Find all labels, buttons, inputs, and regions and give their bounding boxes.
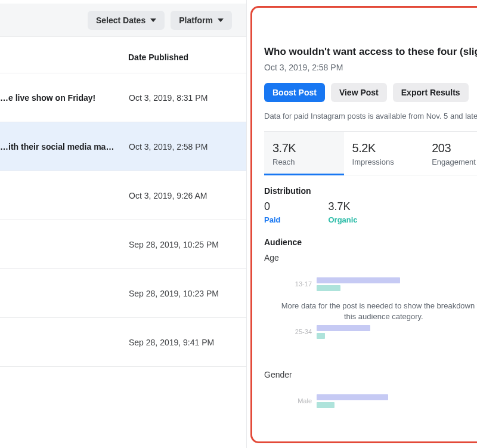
detail-actions: Boost Post View Post Export Results	[264, 83, 477, 102]
list-item[interactable]: …ith their social media mark... Oct 3, 2…	[0, 122, 246, 171]
age-bucket-label: 25-34	[288, 328, 312, 335]
list-item[interactable]: Sep 28, 2019, 10:23 PM	[0, 269, 246, 318]
metric-reach[interactable]: 3.7K Reach	[264, 132, 344, 175]
metric-value: 3.7K	[272, 141, 336, 155]
metric-tabs: 3.7K Reach 5.2K Impressions 203 Engageme…	[264, 131, 477, 175]
post-title: …ith their social media mark...	[0, 142, 123, 152]
post-list: …e live show on Friday! Oct 3, 2019, 8:3…	[0, 73, 246, 367]
distribution-organic: 3.7K Organic	[328, 200, 357, 224]
chart-insufficient-data-msg: More data for the post is needed to show…	[264, 301, 477, 322]
metric-label: Impressions	[352, 157, 416, 166]
list-item[interactable]: Sep 28, 2019, 9:41 PM	[0, 318, 246, 367]
post-date: Oct 3, 2019, 8:31 PM	[123, 93, 238, 103]
paid-data-note: Data for paid Instagram posts is availab…	[264, 112, 477, 121]
view-post-button[interactable]: View Post	[331, 83, 387, 102]
audience-gender-label: Gender	[264, 370, 477, 379]
select-dates-label: Select Dates	[96, 16, 145, 25]
export-results-button[interactable]: Export Results	[393, 83, 469, 102]
list-item[interactable]: …e live show on Friday! Oct 3, 2019, 8:3…	[0, 73, 246, 122]
platform-label: Platform	[179, 16, 213, 25]
distribution-organic-value: 3.7K	[328, 200, 357, 213]
post-detail-panel: Who wouldn't want access to these four (…	[250, 6, 477, 443]
list-item[interactable]: Oct 3, 2019, 9:26 AM	[0, 171, 246, 220]
age-bucket-label: 13-17	[288, 280, 312, 288]
distribution-row: 0 Paid 3.7K Organic	[264, 200, 477, 224]
distribution-title: Distribution	[264, 186, 477, 196]
age-bar	[317, 325, 370, 331]
chevron-down-icon	[218, 17, 224, 23]
age-bar	[317, 285, 340, 291]
audience-age-label: Age	[264, 253, 477, 262]
distribution-paid-label: Paid	[264, 215, 280, 224]
post-date: Sep 28, 2019, 10:25 PM	[123, 240, 238, 249]
metric-label: Engagement	[432, 157, 477, 166]
metric-value: 203	[432, 141, 477, 155]
gender-bucket-label: Male	[288, 397, 312, 404]
gender-bar	[317, 402, 334, 408]
post-list-pane: Select Dates Platform Date Published …e …	[0, 0, 247, 448]
detail-post-title: Who wouldn't want access to these four (…	[264, 46, 477, 58]
age-bar	[317, 277, 400, 283]
metric-label: Reach	[272, 157, 336, 166]
post-date: Sep 28, 2019, 10:23 PM	[123, 289, 238, 298]
age-chart: 13-17 More data for the post is needed t…	[264, 271, 477, 359]
post-date: Sep 28, 2019, 9:41 PM	[123, 338, 238, 347]
list-item[interactable]: Sep 28, 2019, 10:25 PM	[0, 220, 246, 269]
age-bar	[317, 333, 325, 339]
post-date: Oct 3, 2019, 2:58 PM	[123, 142, 238, 152]
metric-engagement[interactable]: 203 Engagement	[423, 132, 477, 175]
chevron-down-icon	[150, 17, 156, 23]
distribution-organic-label: Organic	[328, 215, 357, 224]
gender-bar	[317, 394, 388, 400]
platform-button[interactable]: Platform	[171, 11, 232, 30]
distribution-paid-value: 0	[264, 200, 280, 213]
column-header-date: Date Published	[0, 37, 246, 73]
distribution-paid: 0 Paid	[264, 200, 280, 224]
post-date: Oct 3, 2019, 9:26 AM	[123, 191, 238, 200]
gender-chart: Male	[264, 388, 477, 414]
audience-title: Audience	[264, 237, 477, 247]
filters-bar: Select Dates Platform	[0, 4, 246, 37]
detail-post-timestamp: Oct 3, 2019, 2:58 PM	[264, 63, 477, 72]
select-dates-button[interactable]: Select Dates	[88, 11, 165, 30]
post-title: …e live show on Friday!	[0, 93, 123, 103]
boost-post-button[interactable]: Boost Post	[264, 83, 325, 102]
metric-impressions[interactable]: 5.2K Impressions	[344, 132, 424, 175]
metric-value: 5.2K	[352, 141, 416, 155]
